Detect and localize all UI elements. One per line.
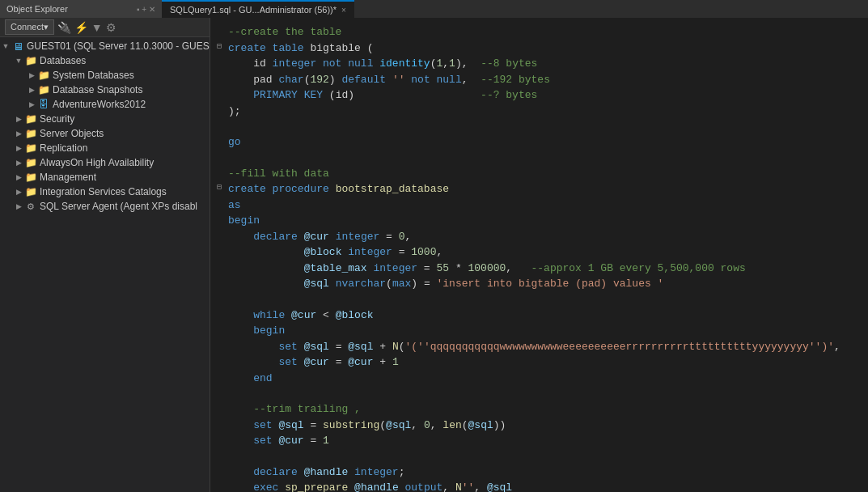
folder-server-objects-icon: 📁 [24,127,37,140]
code-editor[interactable]: --create the table ⊟ create table bigtab… [210,18,868,492]
folder-alwayson-icon: 📁 [24,156,37,169]
code-line-2: ⊟ create table bigtable ( [210,40,868,57]
system-db-label: System Databases [53,70,134,81]
db-adventureworks-icon: 🗄 [37,98,50,111]
code-line-27: set @cur = 1 [210,433,868,449]
sql-agent-label: SQL Server Agent (Agent XPs disabl [40,201,197,212]
code-line-11: ⊟ create procedure bootstrap_database [210,181,868,197]
tree-item-adventureworks[interactable]: ▶ 🗄 AdventureWorks2012 [0,97,210,112]
expand-system-db[interactable]: ▶ [26,70,37,81]
adventureworks-label: AdventureWorks2012 [53,99,146,110]
agent-icon: ⚙ [24,200,37,213]
code-line-12: as [210,197,868,214]
replication-label: Replication [40,142,87,154]
expand-server[interactable]: ▼ [0,40,11,52]
sql-editor-panel: --create the table ⊟ create table bigtab… [210,18,868,492]
title-bar: Object Explorer ▪ + ✕ SQLQuery1.sql - GU… [0,0,868,18]
expand-integration[interactable]: ▶ [13,186,24,197]
sql-tab[interactable]: SQLQuery1.sql - GU...Administrator (56))… [162,0,354,18]
server-objects-label: Server Objects [40,128,104,139]
tree-item-db-snapshots[interactable]: ▶ 📁 Database Snapshots [0,83,210,97]
code-line-13: begin [210,213,868,229]
expand-server-objects[interactable]: ▶ [13,128,24,139]
code-line-23: end [210,371,868,387]
folder-management-icon: 📁 [24,171,37,184]
tree-item-sql-agent[interactable]: ▶ ⚙ SQL Server Agent (Agent XPs disabl [0,199,210,214]
tab-close-btn[interactable]: × [341,6,346,15]
oe-title-label: Object Explorer [6,4,68,14]
code-line-18 [210,292,868,308]
code-line-5: PRIMARY KEY (id) --? bytes [210,87,868,104]
tree-item-server[interactable]: ▼ 🖥 GUEST01 (SQL Server 11.0.3000 - GUES… [0,39,210,53]
folder-replication-icon: 📁 [24,142,37,155]
code-line-9 [210,151,868,166]
code-line-7 [210,119,868,134]
tree-item-management[interactable]: ▶ 📁 Management [0,170,210,184]
expand-security[interactable]: ▶ [13,113,24,125]
folder-systemdb-icon: 📁 [37,69,50,82]
code-line-20: begin [210,323,868,339]
db-snapshots-label: Database Snapshots [53,84,142,95]
security-label: Security [40,113,74,125]
code-line-21: set @sql = @sql + N('(''qqqqqqqqqqqwwwww… [210,339,868,355]
code-line-22: set @cur = @cur + 1 [210,354,868,371]
code-line-6: ); [210,104,868,120]
connect-button[interactable]: Connect▾ [5,19,54,35]
code-line-14: declare @cur integer = 0, [210,229,868,245]
object-explorer-panel: Connect▾ 🔌 ⚡ ▼ ⚙ ▼ 🖥 GUEST01 (SQL Server… [0,18,210,492]
code-line-30: exec sp_prepare @handle output, N'', @sq… [210,480,868,492]
code-line-17: @sql nvarchar(max) = 'insert into bigtab… [210,276,868,292]
code-line-24 [210,386,868,401]
oe-tree: ▼ 🖥 GUEST01 (SQL Server 11.0.3000 - GUES… [0,37,210,492]
folder-security-icon: 📁 [24,112,37,125]
main-layout: Connect▾ 🔌 ⚡ ▼ ⚙ ▼ 🖥 GUEST01 (SQL Server… [0,18,868,492]
integration-label: Integration Services Catalogs [40,186,167,197]
expand-replication[interactable]: ▶ [13,142,24,154]
tree-item-integration[interactable]: ▶ 📁 Integration Services Catalogs [0,184,210,199]
expand-adventureworks[interactable]: ▶ [26,99,37,110]
code-line-1: --create the table [210,24,868,40]
code-line-3: id integer not null identity(1,1), --8 b… [210,56,868,72]
tree-item-alwayson[interactable]: ▶ 📁 AlwaysOn High Availability [0,155,210,170]
management-label: Management [40,172,96,183]
server-label: GUEST01 (SQL Server 11.0.3000 - GUEST [27,40,210,52]
tree-item-security[interactable]: ▶ 📁 Security [0,112,210,126]
expand-sql-agent[interactable]: ▶ [13,201,24,212]
code-line-4: pad char(192) default '' not null, --192… [210,72,868,88]
tree-item-server-objects[interactable]: ▶ 📁 Server Objects [0,126,210,141]
oe-header-title: Object Explorer ▪ + ✕ [0,0,162,18]
code-line-25: --trim trailing , [210,401,868,418]
code-line-15: @block integer = 1000, [210,244,868,261]
databases-label: Databases [40,55,86,66]
alwayson-label: AlwaysOn High Availability [40,157,154,168]
code-line-10: --fill with data [210,166,868,182]
folder-databases-icon: 📁 [24,54,37,67]
oe-toolbar-icons[interactable]: 🔌 ⚡ ▼ ⚙ [57,21,116,34]
folder-integration-icon: 📁 [24,185,37,198]
code-line-29: declare @handle integer; [210,464,868,481]
code-line-28 [210,449,868,464]
code-line-8: go [210,134,868,151]
server-icon: 🖥 [11,40,24,53]
code-line-26: set @sql = substring(@sql, 0, len(@sql)) [210,418,868,434]
tree-item-system-db[interactable]: ▶ 📁 System Databases [0,68,210,83]
expand-management[interactable]: ▶ [13,172,24,183]
folder-snapshots-icon: 📁 [37,83,50,96]
expand-alwayson[interactable]: ▶ [13,157,24,168]
tree-item-replication[interactable]: ▶ 📁 Replication [0,141,210,155]
tree-item-databases[interactable]: ▼ 📁 Databases [0,53,210,68]
code-line-19: while @cur < @block [210,308,868,324]
code-line-16: @table_max integer = 55 * 100000, --appr… [210,261,868,277]
tab-label: SQLQuery1.sql - GU...Administrator (56))… [170,5,337,15]
expand-databases[interactable]: ▼ [13,55,24,66]
expand-db-snapshots[interactable]: ▶ [26,84,37,95]
oe-connect-bar: Connect▾ 🔌 ⚡ ▼ ⚙ [0,18,210,37]
